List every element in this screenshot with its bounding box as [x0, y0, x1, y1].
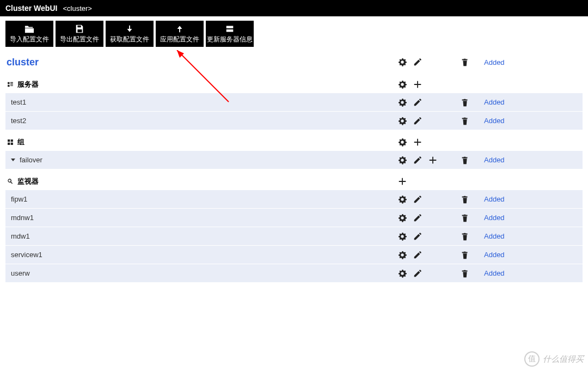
svg-point-2	[228, 26, 229, 27]
settings-icon[interactable]	[397, 232, 407, 241]
import-config-button[interactable]: 导入配置文件	[5, 21, 53, 47]
status-badge: Added	[484, 214, 505, 222]
edit-icon[interactable]	[413, 155, 422, 165]
edit-icon[interactable]	[413, 269, 422, 278]
edit-icon[interactable]	[413, 98, 422, 107]
monitor-name[interactable]: servicew1	[5, 251, 397, 259]
delete-icon[interactable]	[460, 269, 470, 278]
server-name[interactable]: test1	[5, 98, 397, 106]
get-config-button[interactable]: 获取配置文件	[106, 21, 154, 47]
settings-icon[interactable]	[397, 250, 407, 260]
servers-icon	[7, 81, 14, 88]
app-header: Cluster WebUI <cluster>	[0, 0, 588, 16]
toolbar: 导入配置文件 导出配置文件 获取配置文件 应用配置文件 更新服务器信息	[0, 16, 588, 50]
update-server-info-button[interactable]: 更新服务器信息	[206, 21, 254, 47]
edit-icon[interactable]	[413, 194, 422, 204]
delete-icon[interactable]	[460, 213, 470, 223]
monitor-row: mdnw1 Added	[5, 208, 583, 227]
monitor-row: fipw1 Added	[5, 190, 583, 208]
status-badge: Added	[484, 156, 505, 164]
settings-icon[interactable]	[397, 137, 407, 147]
add-icon[interactable]	[428, 155, 438, 165]
folder-open-icon	[24, 24, 35, 34]
settings-icon[interactable]	[397, 194, 407, 204]
delete-icon[interactable]	[460, 57, 470, 67]
watermark: 值 什么值得买	[524, 351, 584, 367]
add-icon[interactable]	[413, 137, 422, 147]
cluster-breadcrumb: <cluster>	[63, 4, 91, 13]
download-icon	[124, 24, 135, 34]
content-area: cluster Added 服务器 test1 Added	[0, 50, 588, 282]
server-name[interactable]: test2	[5, 117, 397, 125]
chevron-down-icon[interactable]	[11, 159, 15, 161]
edit-icon[interactable]	[413, 250, 422, 260]
group-name[interactable]: failover	[5, 156, 397, 164]
add-icon[interactable]	[413, 80, 422, 89]
server-row: test1 Added	[5, 93, 583, 111]
edit-icon[interactable]	[413, 57, 422, 67]
status-badge: Added	[484, 195, 505, 203]
settings-icon[interactable]	[397, 213, 407, 223]
search-icon	[7, 178, 14, 185]
status-badge: Added	[484, 98, 505, 106]
svg-point-3	[228, 30, 229, 31]
status-badge: Added	[484, 269, 505, 277]
groups-icon	[7, 138, 14, 146]
delete-icon[interactable]	[460, 194, 470, 204]
monitor-row: userw Added	[5, 264, 583, 282]
apply-config-button[interactable]: 应用配置文件	[156, 21, 204, 47]
server-row: test2 Added	[5, 111, 583, 130]
status-badge: Added	[484, 232, 505, 240]
settings-icon[interactable]	[397, 57, 407, 67]
settings-icon[interactable]	[397, 80, 407, 89]
settings-icon[interactable]	[397, 269, 407, 278]
cluster-name[interactable]: cluster	[5, 57, 397, 68]
export-config-button[interactable]: 导出配置文件	[56, 21, 103, 47]
edit-icon[interactable]	[413, 116, 422, 126]
monitor-name[interactable]: mdw1	[5, 232, 397, 240]
monitor-name[interactable]: userw	[5, 269, 397, 277]
delete-icon[interactable]	[460, 250, 470, 260]
monitor-row: servicew1 Added	[5, 245, 583, 264]
settings-icon[interactable]	[397, 155, 407, 165]
settings-icon[interactable]	[397, 98, 407, 107]
monitor-row: mdw1 Added	[5, 227, 583, 245]
edit-icon[interactable]	[413, 213, 422, 223]
status-badge: Added	[484, 251, 505, 259]
delete-icon[interactable]	[460, 98, 470, 107]
monitor-name[interactable]: fipw1	[5, 195, 397, 203]
cluster-row: cluster Added	[5, 52, 583, 72]
watermark-icon: 值	[524, 351, 540, 367]
add-icon[interactable]	[397, 177, 407, 186]
servers-section-header: 服务器	[5, 76, 583, 93]
status-badge: Added	[484, 117, 505, 125]
status-badge: Added	[484, 58, 505, 66]
groups-section-header: 组	[5, 134, 583, 150]
upload-icon	[174, 24, 185, 34]
delete-icon[interactable]	[460, 232, 470, 241]
save-icon	[74, 24, 85, 34]
delete-icon[interactable]	[460, 116, 470, 126]
edit-icon[interactable]	[413, 232, 422, 241]
delete-icon[interactable]	[460, 155, 470, 165]
monitor-name[interactable]: mdnw1	[5, 214, 397, 222]
settings-icon[interactable]	[397, 116, 407, 126]
group-row: failover Added	[5, 150, 583, 169]
monitors-section-header: 监视器	[5, 173, 583, 190]
server-icon	[224, 24, 235, 34]
app-title: Cluster WebUI	[5, 4, 57, 13]
